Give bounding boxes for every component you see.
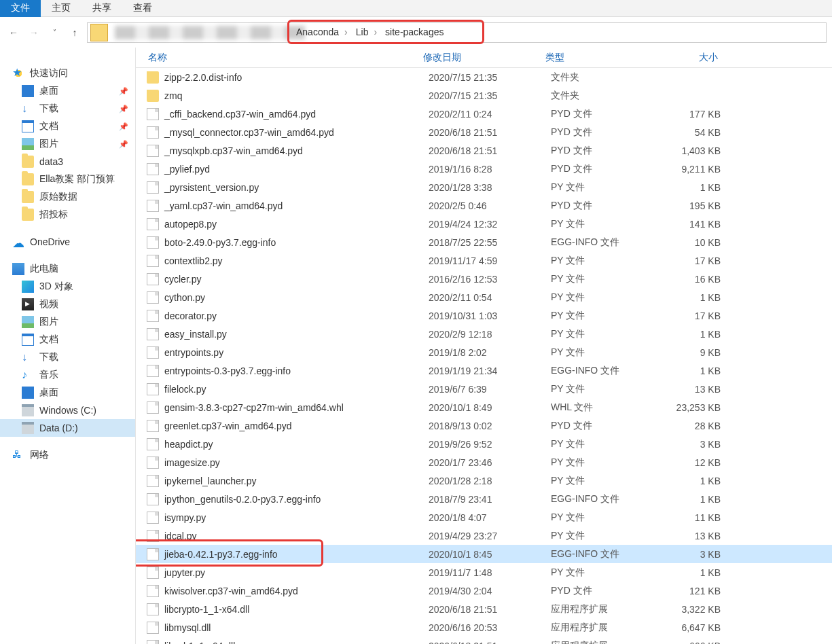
file-name: _pylief.pyd xyxy=(164,164,210,175)
file-row[interactable]: ipython_genutils-0.2.0-py3.7.egg-info201… xyxy=(136,490,832,508)
file-size: 23,253 KB xyxy=(653,402,734,413)
sidebar-item[interactable]: 桌面📌 xyxy=(0,82,135,100)
file-row[interactable]: libssl-1_1-x64.dll2020/6/18 21:51应用程序扩展6… xyxy=(136,637,832,644)
file-row[interactable]: decorator.py2019/10/31 1:03PY 文件17 KB xyxy=(136,306,832,325)
sidebar-item[interactable]: 文档📌 xyxy=(0,118,135,135)
file-row[interactable]: _yaml.cp37-win_amd64.pyd2020/2/5 0:46PYD… xyxy=(136,196,832,215)
file-size: 1 KB xyxy=(653,365,734,376)
sidebar-item[interactable]: Ella教案 部门预算 xyxy=(0,171,135,188)
file-name: kiwisolver.cp37-win_amd64.pyd xyxy=(164,586,298,596)
file-row[interactable]: filelock.py2019/6/7 6:39PY 文件13 KB xyxy=(136,380,832,398)
folder-icon xyxy=(90,24,108,41)
file-row[interactable]: imagesize.py2020/1/7 23:46PY 文件12 KB xyxy=(136,453,832,471)
file-row[interactable]: zipp-2.2.0.dist-info2020/7/15 21:35文件夹 xyxy=(136,68,832,86)
sidebar-thispc[interactable]: 此电脑 xyxy=(0,260,135,278)
sidebar-item-label: 下载 xyxy=(39,351,58,363)
file-row[interactable]: kiwisolver.cp37-win_amd64.pyd2019/4/30 2… xyxy=(136,582,832,600)
doc-icon xyxy=(22,120,34,132)
breadcrumb-anaconda[interactable]: Anaconda xyxy=(292,26,352,37)
file-row[interactable]: heapdict.py2019/9/26 9:52PY 文件3 KB xyxy=(136,435,832,453)
recent-dropdown[interactable]: ˅ xyxy=(46,24,62,41)
file-date: 2019/4/30 2:04 xyxy=(429,586,551,596)
file-row[interactable]: isympy.py2020/1/8 4:07PY 文件11 KB xyxy=(136,508,832,526)
file-date: 2020/7/15 21:35 xyxy=(429,72,551,83)
sidebar-item[interactable]: 图片📌 xyxy=(0,135,135,153)
file-row[interactable]: entrypoints-0.3-py3.7.egg-info2019/1/19 … xyxy=(136,361,832,380)
back-button[interactable]: ← xyxy=(5,24,22,41)
desk-icon xyxy=(22,85,34,97)
sidebar-quick-access[interactable]: 快速访问 xyxy=(0,65,135,82)
file-row[interactable]: gensim-3.8.3-cp27-cp27m-win_amd64.whl202… xyxy=(136,398,832,416)
scroll-up-icon[interactable]: ⌃ xyxy=(814,48,832,53)
col-size[interactable]: 大小 xyxy=(642,52,723,64)
file-row[interactable]: greenlet.cp37-win_amd64.pyd2018/9/13 0:0… xyxy=(136,416,832,435)
file-icon xyxy=(147,640,159,645)
sidebar-item[interactable]: data3 xyxy=(0,153,135,171)
vid-icon xyxy=(22,298,34,310)
sidebar-item[interactable]: 音乐 xyxy=(0,366,135,384)
file-icon xyxy=(147,548,159,560)
sidebar-item[interactable]: Data (D:) xyxy=(0,419,135,437)
file-row[interactable]: _cffi_backend.cp37-win_amd64.pyd2020/2/1… xyxy=(136,105,832,123)
pic-icon xyxy=(22,138,34,150)
file-row[interactable]: entrypoints.py2019/1/8 2:02PY 文件9 KB xyxy=(136,343,832,361)
sidebar-item[interactable]: 原始数据 xyxy=(0,188,135,206)
file-row[interactable]: _mysql_connector.cp37-win_amd64.pyd2020/… xyxy=(136,123,832,141)
file-row[interactable]: libcrypto-1_1-x64.dll2020/6/18 21:51应用程序… xyxy=(136,600,832,618)
col-date[interactable]: 修改日期 xyxy=(418,52,540,64)
forward-button[interactable]: → xyxy=(26,24,42,41)
file-row[interactable]: libmysql.dll2020/6/16 20:53应用程序扩展6,647 K… xyxy=(136,618,832,637)
file-size: 12 KB xyxy=(653,457,734,468)
col-type[interactable]: 类型 xyxy=(540,52,642,64)
ribbon-tab-home[interactable]: 主页 xyxy=(41,0,82,17)
sidebar-item[interactable]: 图片 xyxy=(0,313,135,331)
file-row[interactable]: _pyrsistent_version.py2020/1/28 3:38PY 文… xyxy=(136,178,832,196)
sidebar-item[interactable]: 视频 xyxy=(0,296,135,313)
file-row[interactable]: _pylief.pyd2019/1/16 8:28PYD 文件9,211 KB xyxy=(136,160,832,178)
file-row[interactable]: cycler.py2016/2/16 12:53PY 文件16 KB xyxy=(136,270,832,288)
breadcrumb-sitepackages[interactable]: site-packages xyxy=(381,26,448,37)
file-date: 2020/7/15 21:35 xyxy=(429,90,551,101)
sidebar-item[interactable]: 招投标 xyxy=(0,206,135,223)
ribbon-tab-file[interactable]: 文件 xyxy=(0,0,41,17)
file-row[interactable]: autopep8.py2019/4/24 12:32PY 文件141 KB xyxy=(136,215,832,233)
sidebar-network[interactable]: 网络 xyxy=(0,446,135,464)
file-row[interactable]: jdcal.py2019/4/29 23:27PY 文件13 KB xyxy=(136,526,832,545)
ribbon-tab-share[interactable]: 共享 xyxy=(82,0,122,17)
file-size: 9,211 KB xyxy=(653,164,734,175)
file-size: 666 KB xyxy=(653,641,734,645)
file-row[interactable]: boto-2.49.0-py3.7.egg-info2018/7/25 22:5… xyxy=(136,233,832,251)
file-rows[interactable]: zipp-2.2.0.dist-info2020/7/15 21:35文件夹zm… xyxy=(136,68,832,644)
sidebar-onedrive[interactable]: OneDrive xyxy=(0,233,135,251)
sidebar-item[interactable]: 桌面 xyxy=(0,384,135,401)
file-type: PY 文件 xyxy=(551,255,653,267)
file-date: 2020/6/18 21:51 xyxy=(429,127,551,138)
sidebar-item[interactable]: 下载 xyxy=(0,348,135,366)
ribbon-tab-view[interactable]: 查看 xyxy=(122,0,163,17)
file-row[interactable]: ipykernel_launcher.py2020/1/28 2:18PY 文件… xyxy=(136,471,832,490)
file-row[interactable]: cython.py2020/2/11 0:54PY 文件1 KB xyxy=(136,288,832,306)
nav-row: ← → ˅ ↑ Anaconda Lib site-packages xyxy=(0,17,832,48)
down-icon xyxy=(22,103,34,115)
desk-icon xyxy=(22,387,34,399)
file-row[interactable]: zmq2020/7/15 21:35文件夹 xyxy=(136,86,832,105)
file-size: 10 KB xyxy=(653,237,734,248)
up-button[interactable]: ↑ xyxy=(67,24,83,41)
file-row[interactable]: _mysqlxpb.cp37-win_amd64.pyd2020/6/18 21… xyxy=(136,141,832,160)
sidebar-item[interactable]: 下载📌 xyxy=(0,100,135,118)
file-date: 2020/2/11 0:24 xyxy=(429,109,551,120)
sidebar-item-label: data3 xyxy=(39,156,63,167)
file-row[interactable]: jieba-0.42.1-py3.7.egg-info2020/10/1 8:4… xyxy=(136,545,832,563)
col-name[interactable]: 名称 xyxy=(136,52,418,64)
sidebar-item[interactable]: Windows (C:) xyxy=(0,401,135,419)
breadcrumb-lib[interactable]: Lib xyxy=(352,26,381,37)
file-row[interactable]: jupyter.py2019/11/7 1:48PY 文件1 KB xyxy=(136,563,832,582)
sidebar-item[interactable]: 文档 xyxy=(0,331,135,348)
file-row[interactable]: easy_install.py2020/2/9 12:18PY 文件1 KB xyxy=(136,325,832,343)
file-date: 2020/1/7 23:46 xyxy=(429,457,551,468)
onedrive-icon xyxy=(12,236,24,248)
sidebar-item[interactable]: 3D 对象 xyxy=(0,278,135,296)
file-size: 6,647 KB xyxy=(653,622,734,633)
file-row[interactable]: contextlib2.py2019/11/17 4:59PY 文件17 KB xyxy=(136,251,832,270)
sidebar-item-label: 桌面 xyxy=(39,387,58,399)
